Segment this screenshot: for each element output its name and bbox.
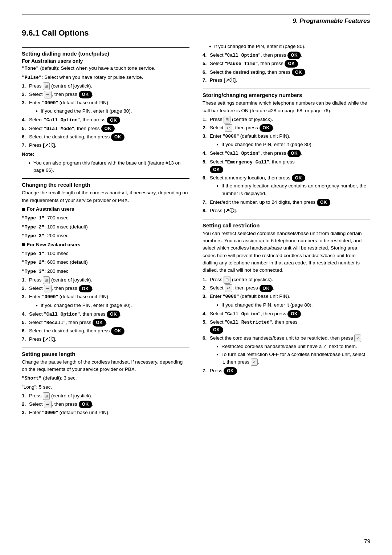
estep3-bullet: If you changed the PIN, enter it (page 8… [216,141,370,148]
page-number: 79 [364,538,370,544]
rstep-7: 7. Press OK. [203,367,370,375]
section2-title: Changing the recall length [22,182,189,188]
section3-steps: 1. Press ⊞ (centre of joystick). 2. Sele… [22,392,189,417]
ok-icon-e2: OK [260,124,273,132]
step-pause-6: 6. Select the desired setting, then pres… [203,69,370,76]
step-2-2: 2. Select ↩, then press OK. [22,285,189,292]
pause-cont-steps: 4. Select "Call Option", then press OK. … [203,52,370,84]
bullet-pin-1: If you changed the PIN, enter it (page 8… [36,108,189,115]
step-1-1: 1. Press ⊞ (centre of joystick). [22,82,189,90]
emergency-desc: These settings determine which telephone… [203,100,370,114]
nz-type1: "Type 1": 100 msec [22,250,189,258]
rstep3-bullet: If you changed the PIN, enter it (page 8… [216,301,370,309]
chapter-header: 9. Programmable Features [22,17,370,25]
ok-icon-r2b: OK [260,285,273,292]
step-3-2: 2. Select ↩, then press OK. [22,401,189,408]
section-rule-1 [22,47,189,48]
step-1-3: 3. Enter "0000" (default base unit PIN).… [22,99,189,115]
check-icon-r6b: ✓ [251,358,258,366]
ok-icon-3: OK [107,311,120,318]
rstep-5: 5. Select "Call Restricted", then press … [203,319,370,334]
joystick-icon-3: ⊞ [43,392,50,400]
bullet-pin-right: If you changed the PIN, enter it (page 8… [209,43,370,50]
ok-icon-4: OK [93,319,106,327]
check-icon-r6: ✓ [354,335,361,342]
estep6-bullet: If the memory location already contains … [216,182,370,197]
rstep6-bullets: Restricted cordless handsets/base unit h… [216,343,370,366]
ok-icon: OK [101,125,115,133]
section-rule-3 [22,348,189,348]
nav-icon: ↩ [44,91,52,98]
rstep3-bullets: If you changed the PIN, enter it (page 8… [216,301,370,309]
rstep6-bullet-b: To turn call restriction OFF for a cordl… [216,351,370,366]
section1-title: Setting dialling mode (tone/pulse) [22,50,189,57]
estep-5: 5. Select "Emergency Call", then press O… [203,158,370,174]
step-3-3: 3. Enter "0000" (default base unit PIN). [22,409,189,417]
ok-icon-e4: OK [287,150,301,157]
page-container: 9. Programmable Features 9.6.1 Call Opti… [0,0,392,555]
rstep-6: 6. Select the cordless handsets/base uni… [203,335,370,366]
ok-icon-r7: OK [224,367,237,375]
ok-icon-6: OK [79,401,92,408]
black-square-icon-2 [22,243,25,246]
step-1-5: 5. Select "Dial Mode", then press OK. [22,125,189,133]
step-2-5: 5. Select "Recall", then press OK. [22,319,189,327]
restriction-section-title: Setting call restriction [203,222,370,228]
section1-subtitle: For Australian users only [22,58,189,64]
rstep-1: 1. Press ⊞ (centre of joystick). [203,276,370,284]
right-column: If you changed the PIN, enter it (page 8… [203,43,370,418]
step-2-4: 4. Select "Call Option", then press OK. [22,311,189,318]
step-pause-5: 5. Select "Pause Time", then press OK. [203,60,370,68]
ok-icon-r4: OK [287,310,301,318]
step-pause-7: 7. Press [↗ⓘ]. [203,77,370,84]
step-2-6: 6. Select the desired setting, then pres… [22,327,189,335]
chapter-title: 9. Programmable Features [293,17,370,24]
section2-desc: Change the recall length of the cordless… [22,189,189,204]
emergency-steps: 1. Press ⊞ (centre of joystick). 2. Sele… [203,116,370,215]
two-column-layout: Setting dialling mode (tone/pulse) For A… [22,43,370,418]
estep-1: 1. Press ⊞ (centre of joystick). [203,116,370,123]
rstep-2: 2. Select ↩, then press OK. [203,284,370,292]
ok-icon-e5: OK [210,166,223,174]
step-1-4: 4. Select "Call Option", then press OK. [22,116,189,124]
pulse-desc: "Pulse": Select when you have rotary or … [22,74,189,81]
step1-3-bullets: If you changed the PIN, enter it (page 8… [36,108,189,115]
ok-icon-e7: OK [317,199,330,206]
step-pause-4: 4. Select "Call Option", then press OK. [203,52,370,59]
nav-icon-r2: ↩ [225,284,232,292]
nav-icon-e2: ↩ [225,124,232,132]
ok-icon-r3: OK [292,69,305,76]
aus-type1: "Type 1": 700 msec [22,214,189,222]
section-rule-r3 [203,219,370,219]
aus-type2: "Type 2": 100 msec (default) [22,223,189,231]
estep-8: 8. Press [↗ⓘ]. [203,207,370,215]
aus-type3: "Type 3": 200 msec [22,232,189,240]
estep-6: 6. Select a memory location, then press … [203,174,370,197]
long-desc: "Long": 5 sec. [22,384,189,391]
joystick-icon-e1: ⊞ [224,116,230,123]
aus-label: For Australian users [22,206,189,213]
ok-button-icon: OK [79,91,92,98]
nz-type2: "Type 2": 600 msec (default) [22,259,189,266]
section-main-title: 9.6.1 Call Options [22,28,370,38]
nz-label: For New Zealand users [22,241,189,248]
step-2-7: 7. Press [↗ⓘ]. [22,336,189,343]
estep6-bullets: If the memory location already contains … [216,182,370,197]
step-1-2: 2. Select ↩, then press OK. [22,91,189,98]
note-bullet-1: You can also program this feature with t… [28,159,189,174]
bullet-pin-2: If you changed the PIN, enter it (page 8… [36,302,189,309]
note-bullets: You can also program this feature with t… [28,159,189,174]
section2-steps: 1. Press ⊞ (centre of joystick). 2. Sele… [22,276,189,343]
ok-icon-r5: OK [210,326,223,334]
step-3-1: 1. Press ⊞ (centre of joystick). [22,392,189,400]
estep3-bullets: If you changed the PIN, enter it (page 8… [216,141,370,148]
section1-steps: 1. Press ⊞ (centre of joystick). 2. Sele… [22,82,189,149]
section-rule-2 [22,178,189,179]
estep-3: 3. Enter "0000" (default base unit PIN).… [203,133,370,148]
tone-desc: "Tone" (default): Select when you have a… [22,65,189,72]
right-pin-bullet: If you changed the PIN, enter it (page 8… [209,43,370,50]
rstep-3: 3. Enter "0000" (default base unit PIN).… [203,293,370,308]
estep-7: 7. Enter/edit the number, up to 24 digit… [203,199,370,206]
ok-icon: OK [111,133,124,141]
section3-title: Setting pause length [22,351,189,357]
